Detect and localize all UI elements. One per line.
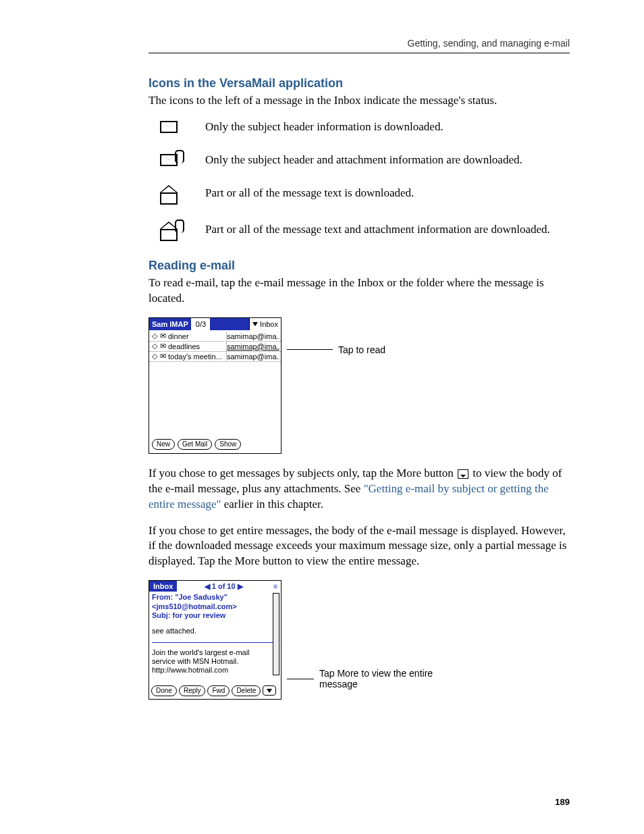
palm-message-screenshot: Inbox ◀ 1 of 10 ▶ ≡ From: "Joe Sadusky" … bbox=[149, 580, 281, 700]
chevron-down-icon bbox=[252, 322, 258, 326]
sig-line: Join the world's largest e-mail bbox=[152, 648, 278, 657]
section-heading-reading: Reading e-mail bbox=[149, 259, 570, 273]
message-subject: dinner bbox=[167, 332, 227, 340]
message-row[interactable]: ◇ ✉ today's meetin... samimap@ima... bbox=[149, 352, 281, 362]
subject-line: Subj: for your review bbox=[152, 611, 278, 620]
callout-text: Tap More to view the entire message bbox=[319, 668, 454, 689]
page-number: 189 bbox=[555, 797, 570, 807]
from-line: From: "Joe Sadusky" bbox=[152, 593, 278, 602]
message-subject: deadlines bbox=[167, 342, 227, 350]
icon-description: Only the subject header information is d… bbox=[189, 120, 570, 135]
signature: Join the world's largest e-mail service … bbox=[149, 648, 281, 677]
folder-label: Inbox bbox=[260, 318, 278, 330]
text: If you chose to get messages by subjects… bbox=[149, 467, 456, 479]
envelope-icon: ✉ bbox=[159, 332, 167, 340]
new-button[interactable]: New bbox=[152, 439, 175, 450]
header-rule bbox=[149, 53, 570, 53]
message-nav[interactable]: ◀ 1 of 10 ▶ bbox=[177, 581, 270, 592]
text: earlier in this chapter. bbox=[221, 498, 323, 511]
folder-picker[interactable]: Inbox bbox=[249, 318, 281, 330]
envelope-open-icon bbox=[149, 187, 189, 205]
reply-button[interactable]: Reply bbox=[179, 685, 206, 696]
folder-label: Inbox bbox=[149, 581, 177, 592]
more-button[interactable] bbox=[263, 685, 276, 696]
palm-titlebar: Sam IMAP 0/3 Inbox bbox=[149, 318, 281, 330]
icon-description: Only the subject header and attachment i… bbox=[189, 153, 570, 168]
envelope-icon: ✉ bbox=[159, 352, 167, 361]
paragraph-entire: If you chose to get entire messages, the… bbox=[149, 523, 570, 570]
message-sender: samimap@ima... bbox=[227, 332, 279, 340]
paragraph-more: If you chose to get messages by subjects… bbox=[149, 466, 570, 513]
palm-toolbar: New Get Mail Show bbox=[152, 439, 241, 450]
sig-line: service with MSN Hotmail. bbox=[152, 657, 278, 666]
account-picker[interactable]: Sam IMAP bbox=[149, 318, 192, 330]
icon-row: Part or all of the message text is downl… bbox=[149, 186, 570, 205]
fwd-button[interactable]: Fwd bbox=[207, 685, 230, 696]
icon-row: Only the subject header and attachment i… bbox=[149, 153, 570, 168]
status-dot-icon: ◇ bbox=[151, 342, 159, 350]
menu-icon[interactable]: ≡ bbox=[270, 582, 281, 590]
address-line: <jms510@hotmail.com> bbox=[152, 602, 278, 611]
get-mail-button[interactable]: Get Mail bbox=[178, 439, 212, 450]
icon-description: Part or all of the message text is downl… bbox=[189, 186, 570, 201]
envelope-closed-attachment-icon bbox=[149, 154, 189, 166]
delete-button[interactable]: Delete bbox=[232, 685, 261, 696]
inbox-screenshot-block: Sam IMAP 0/3 Inbox ◇ ✉ dinner samimap@im… bbox=[149, 317, 570, 454]
divider bbox=[152, 642, 278, 643]
icon-row: Only the subject header information is d… bbox=[149, 120, 570, 135]
message-body: From: "Joe Sadusky" <jms510@hotmail.com>… bbox=[149, 592, 281, 637]
running-head: Getting, sending, and managing e-mail bbox=[149, 38, 570, 49]
envelope-open-attachment-icon bbox=[149, 224, 189, 241]
show-button[interactable]: Show bbox=[215, 439, 241, 450]
message-row[interactable]: ◇ ✉ deadlines samimap@ima... bbox=[149, 342, 281, 352]
message-row[interactable]: ◇ ✉ dinner samimap@ima... bbox=[149, 332, 281, 342]
section-heading-icons: Icons in the VersaMail application bbox=[149, 76, 570, 90]
message-list: ◇ ✉ dinner samimap@ima... ◇ ✉ deadlines … bbox=[149, 330, 281, 362]
body-text: see attached. bbox=[152, 627, 278, 635]
status-dot-icon: ◇ bbox=[151, 352, 159, 361]
envelope-closed-icon bbox=[149, 121, 189, 133]
section-intro: To read e-mail, tap the e-mail message i… bbox=[149, 276, 570, 307]
envelope-icon: ✉ bbox=[159, 342, 167, 350]
message-subject: today's meetin... bbox=[167, 353, 227, 361]
sig-line: http://www.hotmail.com bbox=[152, 666, 278, 675]
callout-text: Tap to read bbox=[338, 344, 385, 355]
callout: Tap More to view the entire message bbox=[281, 668, 454, 689]
callout: Tap to read bbox=[281, 344, 385, 355]
palm-message-header: Inbox ◀ 1 of 10 ▶ ≡ bbox=[149, 581, 281, 592]
section-intro: The icons to the left of a message in th… bbox=[149, 93, 570, 109]
palm-inbox-screenshot: Sam IMAP 0/3 Inbox ◇ ✉ dinner samimap@im… bbox=[149, 317, 281, 454]
callout-leader-line bbox=[287, 679, 314, 679]
status-dot-icon: ◇ bbox=[151, 332, 159, 340]
palm-toolbar: Done Reply Fwd Delete bbox=[151, 685, 276, 696]
message-sender: samimap@ima... bbox=[227, 342, 279, 350]
more-icon bbox=[267, 689, 272, 693]
more-button-icon bbox=[458, 469, 468, 479]
done-button[interactable]: Done bbox=[151, 685, 177, 696]
callout-leader-line bbox=[287, 349, 333, 350]
page: Getting, sending, and managing e-mail Ic… bbox=[0, 0, 644, 834]
message-count: 0/3 bbox=[192, 318, 210, 330]
icon-row: Part or all of the message text and atta… bbox=[149, 222, 570, 241]
icon-description: Part or all of the message text and atta… bbox=[189, 222, 570, 238]
message-sender: samimap@ima... bbox=[227, 353, 279, 361]
message-screenshot-block: Inbox ◀ 1 of 10 ▶ ≡ From: "Joe Sadusky" … bbox=[149, 580, 570, 700]
icon-status-list: Only the subject header information is d… bbox=[149, 120, 570, 241]
